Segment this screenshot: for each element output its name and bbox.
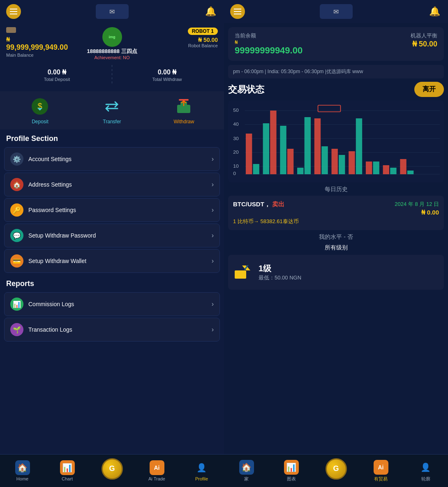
left-bell-icon: 🔔 bbox=[205, 6, 216, 17]
right-bell-icon: 🔔 bbox=[429, 6, 440, 17]
right-chart-label: 图表 bbox=[287, 476, 296, 482]
transfer-label: Transfer bbox=[103, 119, 121, 125]
transaction-logs-icon: 🌱 bbox=[10, 323, 23, 336]
right-bell-btn[interactable]: 🔔 bbox=[427, 4, 442, 19]
left-bottom-nav: 🏠 Home 📊 Chart G Ai Ai Trade 👤 Profile bbox=[0, 454, 224, 487]
setup-withdraw-password-icon: 💬 bbox=[10, 229, 23, 242]
right-coin-btn[interactable]: G bbox=[326, 458, 347, 480]
home-nav-label: Home bbox=[16, 476, 28, 481]
profile-nav-label: Profile bbox=[195, 476, 208, 481]
my-level-label: 我的水平 - 否 bbox=[228, 233, 444, 241]
withdraw-icon bbox=[173, 96, 194, 117]
avatar: img bbox=[102, 27, 122, 47]
history-section: 每日历史 BTC/USDT， 卖出 2024 年 8 月 12 日 ₦ 0.00… bbox=[228, 186, 444, 230]
svg-text:40: 40 bbox=[233, 122, 238, 126]
action-section: $ Deposit Transfer bbox=[0, 91, 224, 129]
commission-logs-label: Commission Logs bbox=[28, 301, 212, 307]
total-deposit-block: 0.00 ₦ Total Deposit bbox=[6, 65, 108, 85]
svg-rect-31 bbox=[349, 151, 355, 174]
setup-withdraw-password-chevron: › bbox=[212, 232, 214, 239]
right-header: ✉ 🔔 bbox=[224, 0, 448, 23]
current-balance-amount: 99999999949.00 bbox=[235, 45, 303, 56]
left-msg-btn[interactable]: ✉ bbox=[96, 4, 129, 19]
commission-logs-item[interactable]: 📊 Commission Logs › bbox=[4, 292, 220, 316]
transfer-action[interactable]: Transfer bbox=[102, 96, 122, 125]
transaction-logs-item[interactable]: 🌱 Transaction Logs › bbox=[4, 318, 220, 342]
deposit-action[interactable]: $ Deposit bbox=[30, 96, 50, 125]
address-settings-chevron: › bbox=[212, 181, 214, 188]
setup-withdraw-wallet-item[interactable]: 💳 Setup Withdraw Wallet › bbox=[4, 249, 220, 273]
svg-rect-39 bbox=[235, 270, 246, 279]
leave-btn[interactable]: 离开 bbox=[414, 82, 444, 97]
reports-section-header: Reports bbox=[0, 275, 224, 291]
nav-coin-center[interactable]: G bbox=[90, 462, 134, 480]
address-settings-icon: 🏠 bbox=[10, 178, 23, 191]
right-nav-ai[interactable]: Ai 有贸易 bbox=[358, 460, 403, 482]
svg-rect-28 bbox=[321, 146, 328, 174]
history-title: 每日历史 bbox=[228, 186, 444, 193]
deposit-icon: $ bbox=[30, 96, 50, 117]
robot-balance-r: ₦ 50.00 bbox=[411, 39, 437, 48]
address-settings-item[interactable]: 🏠 Address Settings › bbox=[4, 173, 220, 196]
svg-rect-32 bbox=[356, 118, 362, 174]
svg-rect-35 bbox=[383, 165, 389, 174]
svg-rect-26 bbox=[305, 117, 311, 174]
left-msg-icon: ✉ bbox=[109, 8, 115, 16]
svg-rect-24 bbox=[287, 149, 293, 174]
commission-logs-icon: 📊 bbox=[10, 298, 23, 311]
nav-chart[interactable]: 📊 Chart bbox=[45, 460, 90, 481]
svg-rect-38 bbox=[407, 171, 413, 174]
level-icon bbox=[234, 261, 254, 284]
home-icon: 🏠 bbox=[15, 460, 30, 475]
account-settings-item[interactable]: ⚙️ Account Settings › bbox=[4, 147, 220, 171]
total-withdraw-block: 0.00 ₦ Total Withdraw bbox=[116, 65, 218, 85]
svg-rect-29 bbox=[332, 149, 338, 174]
svg-rect-20 bbox=[253, 164, 259, 174]
main-balance-label: Main Balance bbox=[6, 53, 74, 58]
withdraw-label: Withdraw bbox=[173, 119, 194, 125]
transfer-icon bbox=[102, 96, 122, 117]
my-level-section: 我的水平 - 否 bbox=[228, 233, 444, 241]
coin-btn[interactable]: G bbox=[102, 458, 123, 480]
svg-rect-33 bbox=[366, 162, 372, 174]
right-nav-chart[interactable]: 📊 图表 bbox=[269, 460, 314, 482]
account-settings-chevron: › bbox=[212, 155, 214, 163]
svg-rect-18 bbox=[318, 105, 341, 112]
svg-rect-36 bbox=[390, 168, 396, 174]
svg-rect-21 bbox=[263, 123, 269, 174]
withdraw-action[interactable]: Withdraw bbox=[173, 96, 194, 125]
nav-ai[interactable]: Ai Ai Trade bbox=[134, 460, 179, 481]
total-deposit-label: Total Deposit bbox=[9, 77, 104, 82]
profile-icon: 👤 bbox=[194, 460, 209, 475]
nav-home[interactable]: 🏠 Home bbox=[0, 460, 45, 481]
chart-icon: 📊 bbox=[60, 460, 75, 475]
right-hamburger-btn[interactable] bbox=[230, 4, 245, 19]
svg-rect-5 bbox=[179, 99, 189, 101]
left-bell-btn[interactable]: 🔔 bbox=[203, 4, 218, 19]
setup-withdraw-wallet-label: Setup Withdraw Wallet bbox=[28, 258, 212, 264]
left-hamburger-btn[interactable] bbox=[6, 4, 21, 19]
svg-text:0: 0 bbox=[233, 171, 236, 175]
right-nav-coin[interactable]: G bbox=[314, 462, 358, 480]
setup-withdraw-wallet-icon: 💳 bbox=[10, 254, 23, 268]
level-min: 最低：50.00 NGN bbox=[259, 274, 301, 282]
chart-nav-label: Chart bbox=[62, 476, 73, 481]
right-home-icon: 🏠 bbox=[239, 460, 254, 475]
history-card: BTC/USDT， 卖出 2024 年 8 月 12 日 ₦ 0.00 1 比特… bbox=[228, 196, 444, 230]
hcard-date: 2024 年 8 月 12 日 bbox=[395, 201, 439, 208]
address-settings-label: Address Settings bbox=[28, 181, 212, 188]
right-nav-home[interactable]: 🏠 家 bbox=[224, 460, 269, 482]
password-settings-item[interactable]: 🔑 Password Settings › bbox=[4, 198, 220, 222]
right-msg-icon: ✉ bbox=[333, 8, 339, 16]
total-withdraw-label: Total Withdraw bbox=[120, 77, 215, 82]
svg-rect-37 bbox=[400, 159, 406, 174]
current-balance-label: 当前余额 bbox=[235, 32, 303, 39]
svg-rect-19 bbox=[246, 134, 252, 174]
right-nav-profile[interactable]: 👤 轮廓 bbox=[403, 460, 448, 482]
transaction-logs-chevron: › bbox=[212, 326, 214, 333]
ticker-bar: pm - 06:00pm | India: 05:30pm - 06:30pm … bbox=[228, 65, 444, 78]
right-msg-btn[interactable]: ✉ bbox=[320, 4, 353, 19]
nav-profile[interactable]: 👤 Profile bbox=[179, 460, 224, 481]
robot-balance: ₦ 50.00 bbox=[150, 37, 218, 43]
setup-withdraw-password-item[interactable]: 💬 Setup Withdraw Password › bbox=[4, 224, 220, 247]
